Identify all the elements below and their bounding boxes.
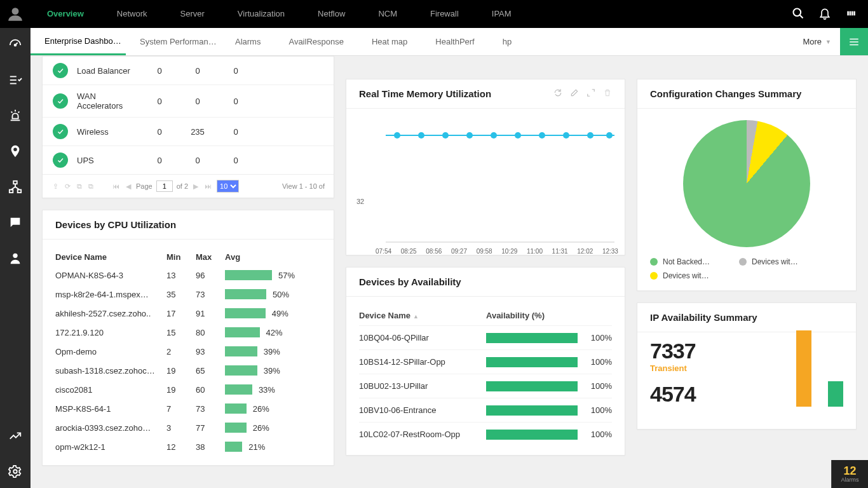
col-max[interactable]: Max (196, 252, 225, 262)
col-avg[interactable]: Avg (225, 252, 321, 262)
type-row[interactable]: UPS000 (43, 146, 334, 174)
first-page-icon[interactable]: ⏮ (111, 182, 121, 190)
cpu-row[interactable]: msp-k8r2e-64-1.mspex…357350% (55, 285, 321, 304)
alarms-badge[interactable]: 12 Alarms (831, 460, 868, 488)
type-row[interactable]: WAN Accelerators000 (43, 85, 334, 117)
sub-tab[interactable]: Heat map (358, 28, 421, 55)
device-name: 10BS14-12-SPillar-Opp (359, 357, 486, 367)
nav-tab-overview[interactable]: Overview (31, 0, 100, 28)
sub-tab[interactable]: HealthPerf (421, 28, 488, 55)
sub-tab[interactable]: AvailResponse (275, 28, 357, 55)
nav-tab-netflow[interactable]: Netflow (301, 0, 362, 28)
cpu-bar (225, 327, 260, 337)
avail-pct: 100% (584, 405, 612, 415)
col-device[interactable]: Device Name (55, 252, 166, 262)
map-pin-icon[interactable] (5, 141, 25, 161)
cpu-avg: 50% (273, 290, 289, 299)
bell-icon[interactable] (818, 7, 831, 22)
cpu-row[interactable]: 172.21.9.120158042% (55, 323, 321, 342)
cpu-row[interactable]: arockia-0393.csez.zoho…37726% (55, 418, 321, 437)
legend-item[interactable]: Not Backed… (650, 257, 726, 266)
avail-row[interactable]: 10BV10-06-Entrance100% (359, 398, 612, 422)
nav-tab-network[interactable]: Network (100, 0, 164, 28)
type-row[interactable]: Wireless02350 (43, 117, 334, 146)
page-size-select[interactable]: 10 (217, 180, 239, 193)
legend-item[interactable]: Devices wit… (739, 257, 815, 266)
type-val: 0 (217, 156, 255, 165)
sub-tab[interactable]: Alarms (221, 28, 275, 55)
dashboard-icon[interactable] (5, 34, 25, 55)
col-device[interactable]: Device Name▲ (359, 311, 486, 320)
config-pie-chart (683, 120, 810, 247)
cpu-min: 3 (166, 423, 196, 433)
battery-icon[interactable] (845, 7, 858, 22)
type-val: 0 (179, 97, 217, 106)
alarm-icon[interactable] (5, 105, 25, 126)
avail-row[interactable]: 10BU02-13-UPillar100% (359, 374, 612, 398)
nav-tab-firewall[interactable]: Firewall (414, 0, 475, 28)
cpu-min: 13 (166, 271, 196, 280)
y-tick: 32 (356, 198, 364, 205)
sub-tab[interactable]: System Performan… (126, 28, 221, 55)
avail-pct: 100% (584, 381, 612, 391)
expand-icon[interactable] (587, 88, 595, 99)
nav-tab-ncm[interactable]: NCM (362, 0, 414, 28)
pager: ⇪ ⟳ ⧉ ⧉ ⏮ ◀ Page of 2 ▶ ⏭ 10 View 1 - 10… (43, 174, 334, 198)
svg-point-28 (466, 132, 473, 139)
cpu-min: 19 (166, 385, 196, 395)
export-icon[interactable]: ⇪ (51, 182, 60, 191)
reports-icon[interactable] (5, 426, 25, 446)
type-row[interactable]: Load Balancer000 (43, 57, 334, 85)
chat-icon[interactable] (5, 212, 25, 233)
copy2-icon[interactable]: ⧉ (87, 182, 95, 191)
delete-icon[interactable] (603, 88, 612, 99)
cpu-max: 73 (196, 404, 225, 414)
cpu-max: 91 (196, 309, 225, 318)
avail-row[interactable]: 10LC02-07-RestRoom-Opp100% (359, 422, 612, 446)
cpu-min: 7 (166, 404, 196, 414)
memory-card: Real Time Memory Utilization 32 (346, 79, 625, 255)
avail-row[interactable]: 10BQ04-06-QPillar100% (359, 325, 612, 349)
search-icon[interactable] (792, 7, 804, 22)
menu-button[interactable] (840, 28, 868, 55)
cpu-row[interactable]: MSP-K8S-64-177326% (55, 399, 321, 418)
svg-point-0 (12, 8, 19, 15)
svg-rect-4 (850, 11, 851, 15)
cpu-row[interactable]: subash-1318.csez.zohoc…196539% (55, 361, 321, 380)
nav-tab-ipam[interactable]: IPAM (475, 0, 528, 28)
legend-item[interactable]: Devices wit… (650, 271, 726, 280)
page-input[interactable] (156, 180, 173, 192)
refresh-icon[interactable] (553, 88, 562, 99)
device-name: 10BV10-06-Entrance (359, 405, 486, 415)
cpu-row[interactable]: Opm-demo29339% (55, 342, 321, 361)
settings-icon[interactable] (5, 461, 25, 482)
col-min[interactable]: Min (166, 252, 196, 262)
edit-icon[interactable] (570, 88, 579, 99)
cpu-row[interactable]: opm-w2k12-1123821% (55, 437, 321, 456)
sub-tab[interactable]: hp (489, 28, 526, 55)
next-page-icon[interactable]: ▶ (192, 182, 200, 191)
refresh-icon[interactable]: ⟳ (64, 182, 72, 191)
svg-point-20 (13, 470, 17, 473)
cpu-avg: 33% (259, 385, 275, 395)
copy-icon[interactable]: ⧉ (76, 182, 83, 191)
type-val: 0 (140, 97, 179, 106)
avail-row[interactable]: 10BS14-12-SPillar-Opp100% (359, 349, 612, 374)
col-availability[interactable]: Availability (%) (486, 311, 612, 320)
topology-icon[interactable] (5, 177, 25, 197)
list-check-icon[interactable] (5, 70, 25, 90)
legend-label: Not Backed… (663, 257, 710, 266)
more-tabs-button[interactable]: More ▼ (794, 28, 840, 55)
nav-tab-virtualization[interactable]: Virtualization (221, 0, 301, 28)
cpu-row[interactable]: OPMAN-K8S-64-3139657% (55, 266, 321, 285)
sub-tab[interactable]: Enterprise Dashbo… (31, 28, 126, 55)
prev-page-icon[interactable]: ◀ (125, 182, 132, 191)
nav-tab-server[interactable]: Server (164, 0, 221, 28)
user-avatar[interactable] (0, 0, 31, 28)
device-name: akhilesh-2527.csez.zoho.. (55, 309, 166, 318)
cpu-row[interactable]: akhilesh-2527.csez.zoho..179149% (55, 304, 321, 323)
user-icon[interactable] (5, 248, 25, 268)
last-page-icon[interactable]: ⏭ (203, 182, 213, 190)
cpu-row[interactable]: cisco2081196033% (55, 380, 321, 399)
availability-card: Devices by Availability Device Name▲ Ava… (346, 267, 625, 456)
